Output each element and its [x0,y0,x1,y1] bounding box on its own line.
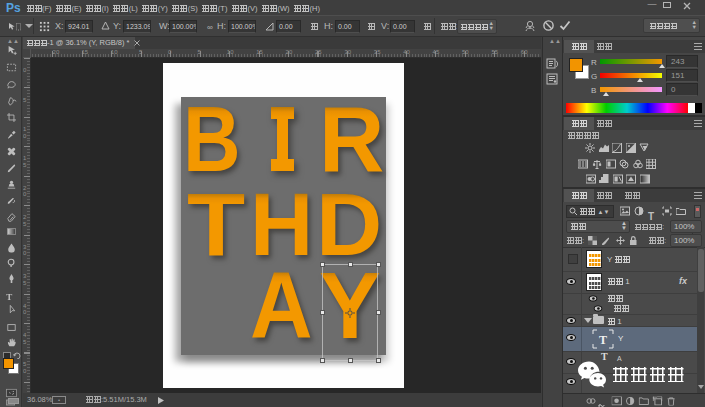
svg-text:T: T [599,333,607,347]
